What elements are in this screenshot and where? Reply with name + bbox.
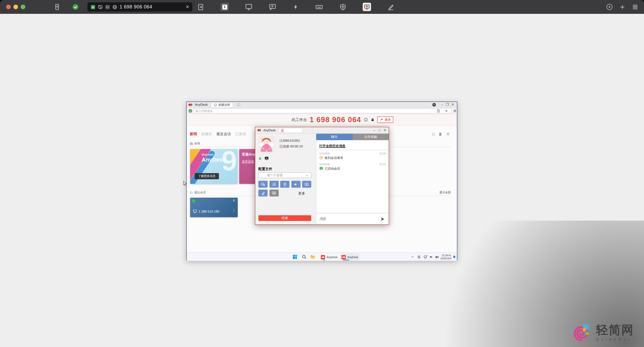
target-address-input[interactable] bbox=[193, 108, 452, 113]
session-request-icon bbox=[319, 156, 323, 160]
message-text: 已启动会话 bbox=[325, 167, 340, 171]
update-download-icon[interactable] bbox=[432, 102, 436, 107]
recent-session-tile[interactable]: 1 286 510 185 bbox=[190, 198, 238, 217]
dialog-minimize-button[interactable]: – bbox=[372, 127, 377, 133]
recording-button[interactable] bbox=[363, 3, 371, 11]
connection-tab[interactable]: 新建连接 bbox=[211, 102, 233, 107]
chat-button[interactable] bbox=[269, 3, 276, 11]
main-minimize-button[interactable]: – bbox=[439, 102, 445, 107]
permissions-shield-button[interactable] bbox=[339, 3, 346, 10]
monitor-1-label: 1 bbox=[222, 4, 227, 9]
main-close-button[interactable]: ✕ bbox=[450, 102, 456, 107]
host-menu-button[interactable] bbox=[632, 3, 639, 10]
message-sender: SYSTEM bbox=[319, 152, 330, 155]
send-button[interactable] bbox=[380, 217, 385, 221]
audio-button[interactable] bbox=[291, 181, 300, 188]
open-session-file-icon[interactable] bbox=[436, 109, 440, 113]
explorer-button[interactable] bbox=[310, 254, 316, 259]
connect-arrow-icon[interactable] bbox=[444, 109, 448, 113]
view-large-grid-button[interactable] bbox=[432, 132, 435, 136]
notification-bell-icon[interactable] bbox=[452, 255, 456, 259]
end-session-button[interactable]: 结束 bbox=[258, 215, 311, 221]
profile-selected-value: 前一个会话 bbox=[267, 173, 282, 177]
info-icon[interactable] bbox=[364, 118, 368, 122]
download-circle-button[interactable] bbox=[606, 3, 613, 10]
traffic-minimize-button[interactable] bbox=[14, 4, 18, 9]
tile-menu-button[interactable] bbox=[232, 208, 236, 213]
dialog-close-button[interactable]: ✕ bbox=[382, 127, 388, 133]
whiteboard-button[interactable] bbox=[258, 190, 268, 196]
secure-lock-icon bbox=[258, 156, 262, 160]
view-list-button[interactable] bbox=[446, 132, 450, 136]
keyboard-button[interactable] bbox=[315, 3, 323, 11]
tab-file-transfer[interactable]: 文件传输 bbox=[352, 134, 389, 140]
dialog-left-panel: (1286510185) 已连接 00:00:10 配置文件 前一个会话 bbox=[255, 134, 316, 224]
battery-icon[interactable] bbox=[435, 255, 439, 259]
tray-chevron-icon[interactable] bbox=[411, 256, 414, 259]
main-menu-icon[interactable] bbox=[453, 109, 456, 113]
main-address-row bbox=[187, 108, 457, 114]
taskbar-anydesk-1-label: AnyDesk bbox=[326, 256, 337, 258]
learn-more-button[interactable]: 了解更多信息 bbox=[195, 173, 219, 179]
taskbar-anydesk-1[interactable]: AnyDesk bbox=[319, 254, 339, 261]
tab-recent-sessions[interactable]: 最近会话 bbox=[216, 132, 231, 137]
tab-discovered[interactable]: 已发现 bbox=[235, 132, 246, 137]
volume-icon[interactable] bbox=[429, 255, 433, 259]
watermark-name: 轻简网 bbox=[596, 324, 634, 336]
monitor-1-button[interactable]: 1 bbox=[220, 3, 229, 11]
tile-monitor-icon bbox=[193, 209, 197, 213]
monitors-button[interactable] bbox=[245, 3, 252, 11]
actions-button[interactable] bbox=[292, 4, 299, 10]
new-tab-button[interactable] bbox=[619, 4, 626, 10]
history-link[interactable]: 打开全部历史消息 bbox=[319, 144, 346, 149]
tab-news[interactable]: 新闻 bbox=[190, 132, 197, 137]
anydesk-app-icon bbox=[321, 255, 325, 259]
view-small-grid-button[interactable] bbox=[439, 132, 442, 136]
dialog-title: AnyDesk bbox=[263, 128, 276, 132]
workspace-id: 1 698 906 064 bbox=[310, 115, 361, 124]
chat-tabs: 聊天 文件传输 bbox=[316, 134, 389, 140]
clipboard-button[interactable] bbox=[280, 181, 290, 188]
tab-favorites[interactable]: 收藏夹 bbox=[201, 132, 212, 137]
clear-address-icon[interactable]: ✕ bbox=[186, 4, 189, 9]
clock-time: 22:28:41 bbox=[442, 254, 451, 257]
chevron-down-icon bbox=[306, 174, 308, 177]
pin-icon[interactable] bbox=[232, 199, 235, 202]
dialog-maximize-button[interactable]: □ bbox=[377, 127, 382, 133]
task-indicator bbox=[322, 260, 326, 261]
show-all-link[interactable]: 显示全部 bbox=[439, 191, 451, 195]
main-restore-button[interactable]: ❐ bbox=[445, 102, 450, 107]
session-avatar-mini bbox=[280, 128, 284, 132]
tab-chat[interactable]: 聊天 bbox=[316, 134, 352, 140]
screenshot-stage: 1 698 906 064 ✕ 1 bbox=[0, 0, 644, 347]
display-settings-button[interactable] bbox=[269, 190, 278, 196]
taskbar-anydesk-2[interactable]: AnyDesk bbox=[340, 254, 360, 261]
traffic-close-button[interactable] bbox=[6, 4, 11, 9]
host-address-bar[interactable]: 1 698 906 064 ✕ bbox=[88, 2, 192, 11]
search-button[interactable] bbox=[302, 254, 307, 259]
tab-monitor-icon bbox=[214, 103, 217, 106]
start-button[interactable] bbox=[292, 254, 298, 259]
news-banner-card[interactable]: 9 Discover AnyDesk 了解更多信息 bbox=[190, 149, 238, 184]
session-started-icon bbox=[319, 167, 323, 170]
lock-icon[interactable] bbox=[371, 118, 375, 122]
more-button[interactable]: 更多 bbox=[298, 191, 305, 196]
ime-indicator[interactable]: 英 bbox=[418, 255, 421, 260]
video-button[interactable] bbox=[302, 181, 311, 188]
taskbar-clock[interactable]: 22:28:41 2025/10/4 bbox=[440, 254, 451, 260]
file-manager-button[interactable] bbox=[269, 181, 278, 188]
network-icon[interactable] bbox=[424, 255, 428, 259]
input-control-button[interactable] bbox=[258, 181, 268, 188]
message-time: 22:28 bbox=[379, 163, 386, 165]
session-file-icon[interactable] bbox=[197, 3, 204, 10]
profile-select[interactable]: 前一个会话 bbox=[258, 172, 311, 178]
mobile-device-icon[interactable] bbox=[54, 3, 60, 10]
host-session-tools: 1 bbox=[197, 3, 394, 11]
session-tab[interactable] bbox=[279, 128, 302, 133]
invite-button[interactable]: 邀请 bbox=[378, 116, 394, 123]
whiteboard-pen-button[interactable] bbox=[387, 3, 394, 10]
traffic-zoom-button[interactable] bbox=[21, 4, 25, 9]
recent-section-header: 最近会话 bbox=[194, 191, 206, 195]
message-input[interactable] bbox=[319, 217, 377, 221]
new-connection-tab-button[interactable] bbox=[237, 103, 240, 106]
